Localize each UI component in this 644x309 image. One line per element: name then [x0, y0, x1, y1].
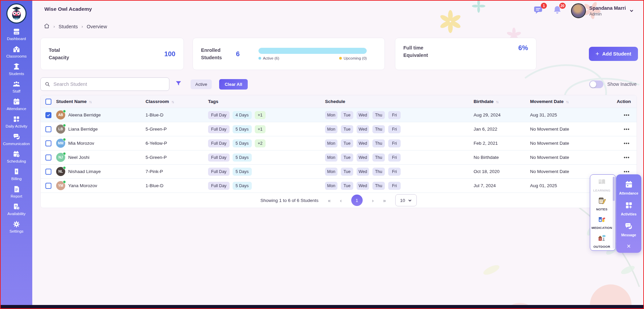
quick-panel-item-medication[interactable]: MEDICATION — [592, 215, 612, 230]
medication-icon — [597, 215, 606, 225]
movement-date-cell: No Movement Date — [530, 155, 617, 160]
home-icon[interactable] — [44, 23, 50, 30]
birthdate-cell: Jul 7, 2024 — [474, 183, 530, 188]
schedule-cell: MonTueWedThuFri — [325, 111, 474, 119]
svg-text:$: $ — [15, 170, 17, 173]
schedule-day-chip: Tue — [341, 182, 353, 190]
row-checkbox[interactable] — [45, 183, 51, 189]
tag-chip: 5 Days — [233, 139, 252, 147]
schedule-day-chip: Wed — [357, 125, 369, 133]
current-page-button[interactable]: 1 — [351, 195, 363, 206]
select-all-checkbox[interactable] — [45, 99, 51, 105]
quick-panel-item-outdoor[interactable]: OUTDOOR — [594, 234, 610, 248]
row-checkbox[interactable] — [45, 126, 51, 132]
schedule-day-chip: Mon — [325, 168, 337, 176]
quick-panel-item-notes[interactable]: NOTES — [596, 196, 608, 211]
next-page-icon[interactable]: › — [372, 198, 374, 203]
row-actions-icon[interactable]: ••• — [624, 169, 630, 174]
table-row[interactable]: MM Mia Morozov 6-Yellow-P Full Day5 Days… — [41, 136, 637, 150]
show-inactive-toggle[interactable] — [589, 80, 603, 88]
search-input[interactable] — [53, 81, 165, 87]
schedule-day-chip: Thu — [372, 182, 385, 190]
sort-icon[interactable]: ↑↓ — [496, 100, 498, 104]
close-icon[interactable]: × — [627, 243, 631, 253]
filter-funnel-icon[interactable] — [175, 80, 182, 88]
table-row[interactable]: NJ Neel Joshi 5-Green-P Full Day5 Days M… — [41, 150, 637, 164]
first-page-icon[interactable]: « — [328, 198, 330, 203]
messages-icon[interactable]: 1 — [533, 5, 544, 16]
fte-card: Full timeEquivalent 6% — [395, 38, 536, 70]
student-name[interactable]: Liana Berridge — [68, 127, 98, 132]
student-name[interactable]: Nishaad Limaye — [68, 169, 101, 174]
table-row[interactable]: LB Liana Berridge 5-Green-P Full Day5 Da… — [41, 122, 637, 136]
clear-all-button[interactable]: Clear All — [219, 79, 247, 90]
sidebar-item-dashboard[interactable]: Dashboard — [1, 28, 32, 41]
sidebar-item-staff[interactable]: Staff — [1, 80, 32, 93]
notifications-bell-icon[interactable]: 20 — [552, 5, 562, 16]
table-row[interactable]: AB Aleena Berridge 1-Blue-D Full Day4 Da… — [41, 108, 637, 122]
sidebar-item-classrooms[interactable]: Classrooms — [1, 45, 32, 58]
row-checkbox[interactable] — [45, 169, 51, 175]
row-checkbox[interactable] — [45, 140, 51, 146]
add-student-button[interactable]: + Add Student — [589, 47, 638, 61]
search-box — [40, 77, 169, 91]
student-name[interactable]: Neel Joshi — [68, 155, 89, 160]
sort-icon[interactable]: ↑↓ — [171, 100, 174, 104]
active-filter-chip[interactable]: Active — [191, 79, 212, 89]
sidebar-item-report[interactable]: Report — [1, 185, 32, 198]
row-actions-icon[interactable]: ••• — [624, 112, 630, 118]
student-name[interactable]: Yana Morozov — [68, 183, 97, 188]
table-row[interactable]: YM Yana Morozov 1-Blue-D Full Day5 Days … — [41, 178, 637, 193]
enrollment-progress-bar — [258, 48, 367, 54]
app-logo-owl[interactable] — [6, 3, 27, 24]
student-avatar: YM — [56, 181, 65, 190]
sort-icon[interactable]: ↑↓ — [566, 100, 568, 104]
sidebar-nav: Dashboard Classrooms Students Staff Atte… — [1, 28, 32, 238]
last-page-icon[interactable]: » — [383, 198, 386, 203]
action-panel-item-attendance[interactable]: Attendance — [619, 180, 638, 195]
tag-chip: +1 — [255, 111, 266, 119]
student-avatar: NL — [56, 167, 65, 176]
row-checkbox[interactable] — [45, 112, 51, 118]
prev-page-icon[interactable]: ‹ — [340, 198, 342, 203]
row-actions-icon[interactable]: ••• — [624, 141, 630, 146]
action-panel-item-activities[interactable]: Activities — [621, 201, 637, 216]
sort-icon[interactable]: ↑↓ — [89, 100, 91, 104]
legend-active: Active (6) — [258, 56, 279, 60]
sidebar-item-daily-activity[interactable]: Daily Activity — [1, 115, 32, 128]
schedule-day-chip: Mon — [325, 111, 337, 119]
row-actions-icon[interactable]: ••• — [624, 155, 630, 160]
user-menu[interactable]: Spandana Marri Admin — [571, 3, 634, 18]
main-content: Wise Owl Academy › Students › Overview — [32, 1, 643, 308]
tag-chip: Full Day — [208, 125, 230, 133]
schedule-day-chip: Thu — [372, 125, 385, 133]
panel-scrollbar[interactable] — [613, 177, 615, 248]
classroom-cell: 5-Green-P — [146, 155, 208, 160]
row-checkbox[interactable] — [45, 154, 51, 161]
sidebar-item-attendance[interactable]: Attendance — [1, 98, 32, 111]
sidebar-item-scheduling[interactable]: Scheduling — [1, 150, 32, 163]
sidebar-item-availability[interactable]: Availability — [1, 203, 32, 216]
birthdate-cell: No Birthdate — [474, 155, 530, 160]
student-name[interactable]: Aleena Berridge — [68, 112, 101, 117]
sidebar-item-communication[interactable]: Communication — [1, 133, 32, 146]
breadcrumb-overview[interactable]: Overview — [87, 24, 107, 29]
student-name[interactable]: Mia Morozov — [68, 141, 94, 146]
staff-icon — [12, 80, 21, 88]
sidebar-item-settings[interactable]: Settings — [1, 220, 32, 233]
page-title: Wise Owl Academy — [44, 6, 92, 12]
sidebar-item-billing[interactable]: $ Billing — [1, 168, 32, 181]
table-body: AB Aleena Berridge 1-Blue-D Full Day4 Da… — [41, 108, 637, 193]
tags-cell: Full Day5 Days+2 — [208, 139, 325, 147]
table-row[interactable]: NL Nishaad Limaye 7-Pink-P Full Day5 Day… — [41, 164, 637, 178]
action-panel-item-message[interactable]: Message — [621, 222, 636, 237]
page-size-select[interactable]: 10 — [395, 194, 417, 206]
row-actions-icon[interactable]: ••• — [624, 127, 630, 132]
daily-activity-icon — [12, 115, 21, 123]
user-role: Admin — [589, 11, 626, 16]
sidebar-item-students[interactable]: Students — [1, 63, 32, 76]
schedule-cell: MonTueWedThuFri — [325, 153, 474, 162]
breadcrumb-students[interactable]: Students — [58, 24, 78, 29]
status-dot — [63, 180, 66, 183]
tags-cell: Full Day5 Days — [208, 182, 325, 190]
